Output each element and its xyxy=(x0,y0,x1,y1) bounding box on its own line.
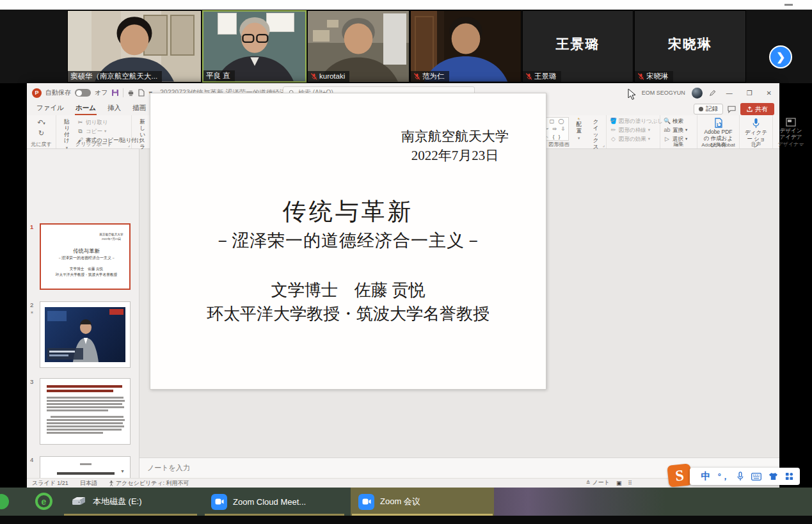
ime-mic-icon[interactable] xyxy=(736,472,744,481)
taskbar-app-icon-partial[interactable] xyxy=(0,494,9,509)
participant-name-label: 宋晓琳 xyxy=(635,71,673,82)
shape-fill-button[interactable]: 🪣図形の塗りつぶし▾ xyxy=(610,118,657,125)
notes-toggle-button[interactable]: ≙ ノート xyxy=(586,479,610,487)
taskbar-button-zoom-meeting[interactable]: Zoom 会议 xyxy=(351,488,494,516)
dictate-mic-icon xyxy=(752,118,760,129)
window-close-button[interactable]: ✕ xyxy=(763,90,776,97)
participant-tile[interactable]: kurotaki xyxy=(307,10,410,83)
window-minimize-button[interactable]: — xyxy=(722,90,736,97)
slide-thumbnail-1[interactable]: 南京航空航天大学2022年7月23日 传统与革新 －涩泽荣一的道德经济合一主义－… xyxy=(40,223,131,290)
tab-draw[interactable]: 描画 xyxy=(127,102,152,115)
slide-thumbnail-3[interactable] xyxy=(40,378,131,445)
save-icon[interactable] xyxy=(111,89,119,97)
language-indicator[interactable]: 日本語 xyxy=(80,479,97,488)
arrange-button[interactable]: 配置 ▾ xyxy=(572,117,585,141)
slide-thumbnail-4[interactable] xyxy=(40,456,131,478)
find-button[interactable]: 🔍検索 xyxy=(664,118,694,125)
design-ideas-label: デザイン アイデア xyxy=(778,128,804,141)
mini-title: 传统与革新 xyxy=(41,248,131,255)
muted-mic-icon xyxy=(310,73,317,80)
participant-tile[interactable]: 范为仁 xyxy=(410,10,521,83)
participant-tile[interactable]: 窦硕华（南京航空航天大... xyxy=(67,10,202,83)
thumbnail-scroll-down-icon[interactable]: ▼ xyxy=(120,469,125,473)
minimize-dash-icon[interactable] xyxy=(784,4,793,6)
mini-org: 南京航空航天大学 xyxy=(99,232,123,237)
mouse-cursor xyxy=(628,88,637,101)
paste-button[interactable]: 貼り付け ▾ xyxy=(60,117,74,141)
disk-drive-icon xyxy=(70,496,87,507)
autosave-toggle[interactable] xyxy=(75,89,91,97)
tab-file[interactable]: ファイル xyxy=(31,102,70,115)
replace-button[interactable]: ab置換▾ xyxy=(664,127,694,134)
participant-name-label: kurotaki xyxy=(308,71,349,82)
comments-icon[interactable] xyxy=(728,106,736,113)
drawing-dialog-launcher-icon[interactable]: ⌟ xyxy=(603,143,605,148)
sogou-ime-toolbar[interactable]: 中 °， xyxy=(690,468,800,485)
slide-thumbnail-2[interactable] xyxy=(40,301,131,368)
design-ideas-button[interactable]: デザイン アイデア xyxy=(776,117,806,141)
arrange-label: 配置 xyxy=(574,122,584,134)
taskbar-button-label: Zoom 会议 xyxy=(380,496,420,507)
collapse-ribbon-icon[interactable]: ⌄ xyxy=(799,141,804,147)
sogou-logo-icon[interactable]: S xyxy=(667,463,692,488)
ime-chinese-mode[interactable]: 中 xyxy=(701,470,711,482)
separator xyxy=(123,88,123,97)
shape-format-column: 🪣図形の塗りつぶし▾ ✏図形の枠線▾ ◇図形の効果▾ xyxy=(607,115,660,148)
group-label-clipboard: クリップボード xyxy=(56,141,131,148)
shape-effects-button[interactable]: ◇図形の効果▾ xyxy=(610,136,657,143)
caption-box xyxy=(47,348,83,360)
browser-e-icon[interactable]: e xyxy=(35,493,52,510)
slide-sorter-view-icon[interactable]: ⠿ xyxy=(628,480,632,486)
participant-tile[interactable]: 宋晓琳 宋晓琳 xyxy=(634,10,746,83)
thumbnail-number: 2 xyxy=(30,301,33,308)
redo-icon[interactable]: ↻ xyxy=(38,129,44,138)
new-slide-button[interactable]: 新しい スライド ▾ xyxy=(135,117,150,141)
thumbnail-number: 4 xyxy=(30,456,33,463)
ime-skin-icon[interactable] xyxy=(768,472,778,480)
autosave-state: オフ xyxy=(95,88,107,97)
accessibility-status[interactable]: アクセシビリティ: 利用不可 xyxy=(109,479,189,488)
quick-styles-button[interactable]: クイック スタイル xyxy=(589,117,603,141)
avatar[interactable] xyxy=(692,88,703,99)
window-restore-button[interactable]: ❐ xyxy=(743,90,756,97)
ribbon-quick-actions: 記録 共有 xyxy=(694,103,774,115)
new-document-icon[interactable] xyxy=(138,89,145,97)
ime-keyboard-icon[interactable] xyxy=(751,473,761,480)
slide-date: 2022年7月23日 xyxy=(401,146,509,165)
tab-insert[interactable]: 挿入 xyxy=(102,102,127,115)
participant-tile[interactable]: 王景璐 王景璐 xyxy=(522,10,633,83)
record-label: 記録 xyxy=(706,105,718,113)
accessibility-icon xyxy=(109,480,114,486)
editing-group: 🔍検索 ab置換▾ ▷選択▾ 編集 xyxy=(660,115,697,148)
account-name[interactable]: EOM SEOGYUN xyxy=(642,90,685,96)
shape-outline-button[interactable]: ✏図形の枠線▾ xyxy=(610,127,657,134)
next-page-button[interactable]: ❯ xyxy=(769,45,792,68)
participant-name: 窦硕华（南京航空航天大... xyxy=(70,71,157,82)
ime-toolbox-icon[interactable] xyxy=(785,472,793,480)
slide-subtitle: －涩泽荣一的道德经济合一主义－ xyxy=(150,229,546,252)
share-button[interactable]: 共有 xyxy=(740,103,774,115)
group-label-undo: 元に戻す xyxy=(27,141,56,148)
studio-screen xyxy=(47,311,67,321)
clipboard-dialog-launcher-icon[interactable]: ⌟ xyxy=(128,143,130,148)
undo-icon[interactable]: ↶▾ xyxy=(37,118,45,127)
participant-display-name: 王景璐 xyxy=(523,35,633,53)
participant-tile-active-speaker[interactable]: 平良 直 xyxy=(202,10,306,83)
slide-title: 传统与革新 xyxy=(150,196,546,228)
taskbar-button-disk-e[interactable]: 本地磁盘 (E:) xyxy=(63,488,198,516)
tab-home[interactable]: ホーム xyxy=(70,102,102,115)
slide-canvas[interactable]: 南京航空航天大学 2022年7月23日 传统与革新 －涩泽荣一的道德经济合一主义… xyxy=(150,93,546,390)
print-preview-icon[interactable] xyxy=(127,90,134,97)
taskbar-button-zoom-cloud[interactable]: Zoom Cloud Meet... xyxy=(203,488,346,516)
record-button[interactable]: 記録 xyxy=(694,104,723,115)
normal-view-icon[interactable]: ▣ xyxy=(616,480,622,486)
slide-counter[interactable]: スライド 1/21 xyxy=(32,479,68,488)
slide-thumbnail-panel[interactable]: 1 南京航空航天大学2022年7月23日 传统与革新 －涩泽荣一的道德经济合一主… xyxy=(27,149,139,478)
participant-display-name: 宋晓琳 xyxy=(635,35,745,53)
share-label: 共有 xyxy=(755,105,768,114)
pen-icon[interactable] xyxy=(709,90,716,97)
acrobat-group: Adobe PDF の 作成および共有 Adobe Acrobat xyxy=(697,115,740,148)
status-bar-right: ≙ ノート ▣ ⠿ xyxy=(586,478,632,488)
ime-punctuation[interactable]: °， xyxy=(718,471,729,482)
taskbar-button-label: Zoom Cloud Meet... xyxy=(233,497,306,507)
